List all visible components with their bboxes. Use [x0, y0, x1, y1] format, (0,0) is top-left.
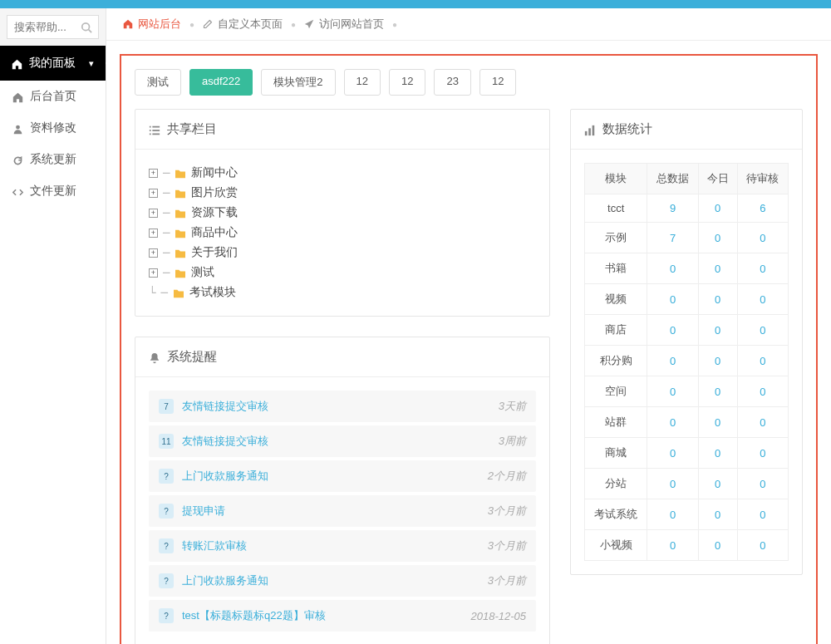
tab-3[interactable]: 12 — [344, 69, 381, 96]
stats-pending-link[interactable]: 0 — [760, 416, 765, 429]
notice-link[interactable]: test【标题标题标q22题】审核 — [182, 608, 463, 623]
tab-5[interactable]: 23 — [434, 69, 470, 96]
stats-today: 0 — [698, 469, 737, 499]
stats-total-link[interactable]: 0 — [670, 324, 676, 337]
stats-today: 0 — [698, 315, 737, 346]
stats-pending: 0 — [737, 223, 788, 253]
svg-point-0 — [82, 23, 90, 31]
stats-pending: 0 — [737, 530, 788, 561]
sidebar-item-3[interactable]: 文件更新 — [0, 175, 106, 207]
expand-icon[interactable]: + — [149, 209, 158, 218]
breadcrumb-home[interactable]: 网站后台 — [123, 17, 181, 32]
tree-item-3[interactable]: +─商品中心 — [149, 223, 536, 243]
stats-pending-link[interactable]: 6 — [760, 202, 765, 214]
notice-item-0: 7友情链接提交审核3天前 — [149, 391, 536, 422]
breadcrumb-custom[interactable]: 自定义本页面 — [203, 17, 283, 32]
tab-6[interactable]: 12 — [479, 69, 516, 96]
stats-total-link[interactable]: 0 — [670, 447, 676, 460]
notice-link[interactable]: 转账汇款审核 — [182, 538, 479, 553]
sidebar-item-0[interactable]: 后台首页 — [0, 81, 106, 112]
expand-icon[interactable]: + — [149, 268, 158, 278]
notice-link[interactable]: 友情链接提交审核 — [182, 434, 490, 449]
stats-pending: 0 — [737, 284, 788, 315]
stats-pending-link[interactable]: 0 — [760, 324, 765, 337]
stats-total-link[interactable]: 0 — [670, 539, 676, 552]
stats-today-link[interactable]: 0 — [715, 202, 720, 214]
tree-item-2[interactable]: +─资源下载 — [149, 203, 536, 223]
notice-link[interactable]: 上门收款服务通知 — [182, 469, 479, 484]
share-panel-title: 共享栏目 — [167, 121, 217, 137]
breadcrumb: 网站后台 ● 自定义本页面 ● 访问网站首页 ● — [106, 8, 831, 41]
stats-today-link[interactable]: 0 — [715, 355, 720, 367]
notice-link[interactable]: 上门收款服务通知 — [182, 573, 479, 588]
stats-pending-link[interactable]: 0 — [760, 293, 765, 306]
notice-item-1: 11友情链接提交审核3周前 — [149, 425, 536, 457]
folder-icon — [175, 247, 186, 259]
stats-total: 0 — [647, 530, 698, 561]
stats-total-link[interactable]: 0 — [670, 293, 676, 306]
stats-pending-link[interactable]: 0 — [760, 263, 765, 275]
stats-pending-link[interactable]: 0 — [760, 478, 765, 490]
stats-total-link[interactable]: 0 — [670, 416, 676, 429]
tree-item-4[interactable]: +─关于我们 — [149, 243, 536, 263]
svg-rect-10 — [588, 128, 591, 135]
notice-link[interactable]: 友情链接提交审核 — [182, 399, 490, 414]
expand-icon[interactable]: + — [149, 189, 158, 198]
sidebar-item-1[interactable]: 资料修改 — [0, 112, 106, 144]
stats-total-link[interactable]: 0 — [670, 263, 676, 275]
tree-item-1[interactable]: +─图片欣赏 — [149, 183, 536, 203]
stats-pending: 0 — [737, 253, 788, 284]
tree-item-5[interactable]: +─测试 — [149, 263, 536, 283]
notice-panel: 系统提醒 7友情链接提交审核3天前11友情链接提交审核3周前?上门收款服务通知2… — [135, 337, 550, 644]
stats-total-link[interactable]: 0 — [670, 386, 676, 398]
panel-header-mypanel[interactable]: 我的面板 ▾ — [0, 46, 106, 81]
stats-total-link[interactable]: 7 — [670, 232, 676, 244]
stats-pending-link[interactable]: 0 — [760, 355, 765, 367]
stats-today-link[interactable]: 0 — [715, 293, 720, 306]
notice-link[interactable]: 提现申请 — [182, 504, 479, 519]
stats-today-link[interactable]: 0 — [715, 509, 720, 521]
notice-panel-head: 系统提醒 — [135, 337, 549, 377]
stats-total-link[interactable]: 0 — [670, 355, 676, 367]
table-row: 积分购000 — [585, 346, 789, 376]
svg-rect-9 — [585, 131, 588, 135]
notice-item-4: ?转账汇款审核3个月前 — [149, 530, 536, 562]
stats-today-link[interactable]: 0 — [715, 263, 720, 275]
breadcrumb-dot: ● — [392, 20, 397, 29]
sidebar-item-2[interactable]: 系统更新 — [0, 144, 106, 175]
stats-total-link[interactable]: 0 — [670, 478, 676, 490]
stats-pending-link[interactable]: 0 — [760, 509, 765, 521]
stats-total-link[interactable]: 9 — [670, 202, 676, 214]
search-icon[interactable] — [81, 20, 92, 33]
notice-time: 2018-12-05 — [471, 610, 527, 622]
stats-today-link[interactable]: 0 — [715, 416, 720, 429]
notice-badge: 7 — [159, 399, 174, 414]
expand-icon[interactable]: + — [149, 229, 158, 238]
stats-pending-link[interactable]: 0 — [760, 232, 765, 244]
stats-today-link[interactable]: 0 — [715, 478, 720, 490]
stats-pending-link[interactable]: 0 — [760, 447, 765, 460]
stats-today-link[interactable]: 0 — [715, 447, 720, 460]
tree-item-0[interactable]: +─新闻中心 — [149, 163, 536, 183]
tree-connector: ─ — [163, 186, 170, 199]
stats-total-link[interactable]: 0 — [670, 509, 676, 521]
stats-today-link[interactable]: 0 — [715, 232, 720, 244]
expand-icon[interactable]: + — [149, 169, 158, 178]
stats-today-link[interactable]: 0 — [715, 324, 720, 337]
tree-item-6[interactable]: └─考试模块 — [149, 283, 536, 302]
expand-icon[interactable]: + — [149, 248, 158, 258]
sidebar-item-label: 后台首页 — [30, 89, 76, 104]
tab-1[interactable]: asdf222 — [189, 69, 253, 96]
stats-table: 模块总数据今日待审核 tcct906示例700书籍000视频000商店000积分… — [584, 163, 789, 561]
stats-pending-link[interactable]: 0 — [760, 539, 765, 552]
svg-line-1 — [89, 30, 92, 33]
breadcrumb-visit[interactable]: 访问网站首页 — [304, 17, 384, 32]
stats-today-link[interactable]: 0 — [715, 539, 720, 552]
stats-today-link[interactable]: 0 — [715, 386, 720, 398]
tab-2[interactable]: 模块管理2 — [261, 69, 335, 96]
notice-badge: ? — [159, 573, 174, 588]
stats-pending-link[interactable]: 0 — [760, 386, 765, 398]
tree: +─新闻中心+─图片欣赏+─资源下载+─商品中心+─关于我们+─测试└─考试模块 — [149, 163, 536, 302]
tab-4[interactable]: 12 — [389, 69, 425, 96]
tab-0[interactable]: 测试 — [135, 69, 181, 96]
